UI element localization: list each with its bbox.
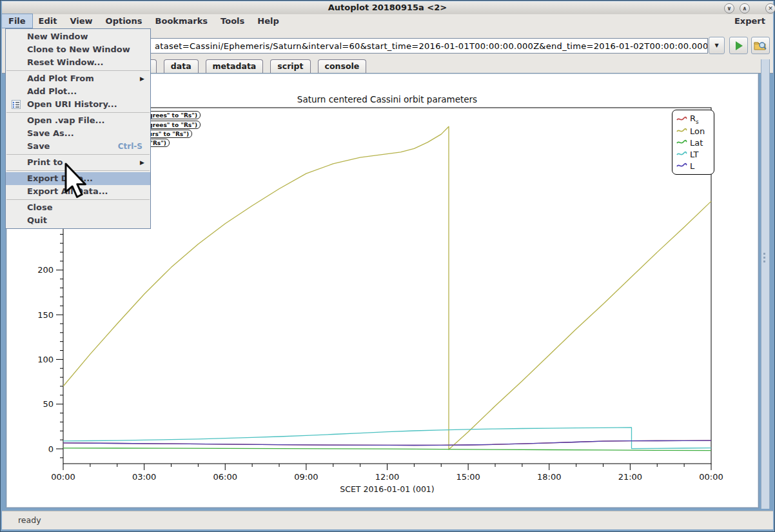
expert-mode-label[interactable]: Expert xyxy=(734,16,765,26)
legend-label: LT xyxy=(690,150,698,159)
legend-item-L[interactable]: L xyxy=(676,160,711,172)
submenu-arrow-icon: ▶ xyxy=(140,72,144,85)
go-button[interactable] xyxy=(729,37,748,54)
file-menu-item-add-plot-from[interactable]: Add Plot From▶ xyxy=(6,72,150,85)
mouse-cursor-icon xyxy=(64,163,89,200)
file-menu-item-add-plot[interactable]: Add Plot... xyxy=(6,85,150,98)
titlebar: Autoplot 20180915a <2> ∨ ∧ ✕ xyxy=(2,1,773,15)
x-tick-label: 18:00 xyxy=(537,472,561,482)
x-tick-label: 12:00 xyxy=(375,472,399,482)
menu-file[interactable]: File xyxy=(2,14,32,28)
y-tick-label: 100 xyxy=(37,355,54,364)
menu-help[interactable]: Help xyxy=(251,14,285,28)
menu-view[interactable]: View xyxy=(63,14,99,28)
tab-metadata[interactable]: metadata xyxy=(206,59,264,73)
menu-separator xyxy=(6,112,150,113)
y-tick-label: 150 xyxy=(37,310,54,320)
legend-line-sample xyxy=(676,163,687,169)
file-menu-item-new-window[interactable]: New Window xyxy=(6,30,150,43)
status-text: ready xyxy=(18,515,41,525)
file-menu-item-close[interactable]: Close xyxy=(6,201,150,214)
x-axis-label: SCET 2016-01-01 (001) xyxy=(63,484,711,494)
legend-item-LT[interactable]: LT xyxy=(676,148,711,160)
series-line-L xyxy=(63,440,711,445)
x-tick-label: 06:00 xyxy=(213,472,237,482)
plot-title: Saturn centered Cassini orbit parameters xyxy=(63,94,711,104)
file-menu-item-clone-to-new-window[interactable]: Clone to New Window xyxy=(6,43,150,56)
legend-label: Lon xyxy=(690,126,705,136)
y-tick-label: 50 xyxy=(43,399,54,409)
menu-bookmarks[interactable]: Bookmarks xyxy=(149,14,215,28)
legend-line-sample xyxy=(676,128,687,134)
splitter-handle-icon xyxy=(763,253,765,262)
legend-line-sample xyxy=(676,151,687,157)
tab-console[interactable]: console xyxy=(318,59,367,73)
accelerator-label: Ctrl-S xyxy=(118,140,142,153)
file-menu-item-open-uri-history[interactable]: Open URI History... xyxy=(6,98,150,111)
legend-label: Lat xyxy=(690,138,703,148)
plot-frame xyxy=(63,108,711,464)
legend-item-Lon[interactable]: Lon xyxy=(676,125,711,137)
y-tick-label: 0 xyxy=(48,444,54,454)
menu-separator xyxy=(6,154,150,155)
x-tick-label: 00:00 xyxy=(51,472,75,482)
file-menu-item-open-vap-file[interactable]: Open .vap File... xyxy=(6,114,150,127)
close-button[interactable]: ✕ xyxy=(765,3,775,14)
menu-options[interactable]: Options xyxy=(99,14,149,28)
x-tick-label: 00:00 xyxy=(699,472,723,482)
legend-item-Lat[interactable]: Lat xyxy=(676,137,711,148)
legend[interactable]: RsLonLatLTL xyxy=(672,110,714,175)
legend-label: L xyxy=(690,161,694,171)
minimize-button[interactable]: ∨ xyxy=(724,3,734,14)
x-tick-label: 03:00 xyxy=(132,472,156,482)
tab-data[interactable]: data xyxy=(164,59,199,73)
play-icon xyxy=(736,41,743,50)
file-menu-item-save-as[interactable]: Save As... xyxy=(6,127,150,140)
autoplot-window: { "window": { "title": "Autoplot 2018091… xyxy=(0,0,775,532)
uri-input[interactable] xyxy=(148,38,708,54)
y-tick-label: 200 xyxy=(37,265,54,275)
menu-edit[interactable]: Edit xyxy=(32,14,64,28)
statusbar: ready xyxy=(2,511,773,529)
menubar: FileEditViewOptionsBookmarksToolsHelp Ex… xyxy=(2,14,773,28)
tab-script[interactable]: script xyxy=(270,59,310,73)
series-line-Lat xyxy=(63,448,711,451)
vertical-splitter[interactable] xyxy=(761,59,770,509)
legend-label: Rs xyxy=(690,113,699,125)
open-local-file-button[interactable] xyxy=(751,37,770,54)
submenu-arrow-icon: ▶ xyxy=(140,156,144,169)
file-menu-item-quit[interactable]: Quit xyxy=(6,214,150,227)
series-line-Lon xyxy=(63,126,711,449)
menu-tools[interactable]: Tools xyxy=(214,14,251,28)
x-tick-label: 09:00 xyxy=(294,472,318,482)
legend-item-Rs[interactable]: Rs xyxy=(676,113,711,125)
file-menu-item-reset-window[interactable]: Reset Window... xyxy=(6,56,150,69)
legend-line-sample xyxy=(676,139,687,146)
x-tick-label: 21:00 xyxy=(618,472,642,482)
menu-separator xyxy=(6,70,150,71)
maximize-button[interactable]: ∧ xyxy=(740,3,750,14)
uri-history-icon xyxy=(12,100,21,109)
file-menu-item-save[interactable]: SaveCtrl-S xyxy=(6,140,150,153)
legend-line-sample xyxy=(676,116,687,123)
window-title: Autoplot 20180915a <2> xyxy=(2,3,773,12)
uri-dropdown-button[interactable]: ▼ xyxy=(709,37,725,54)
folder-search-icon xyxy=(752,37,769,54)
x-tick-label: 15:00 xyxy=(456,472,480,482)
